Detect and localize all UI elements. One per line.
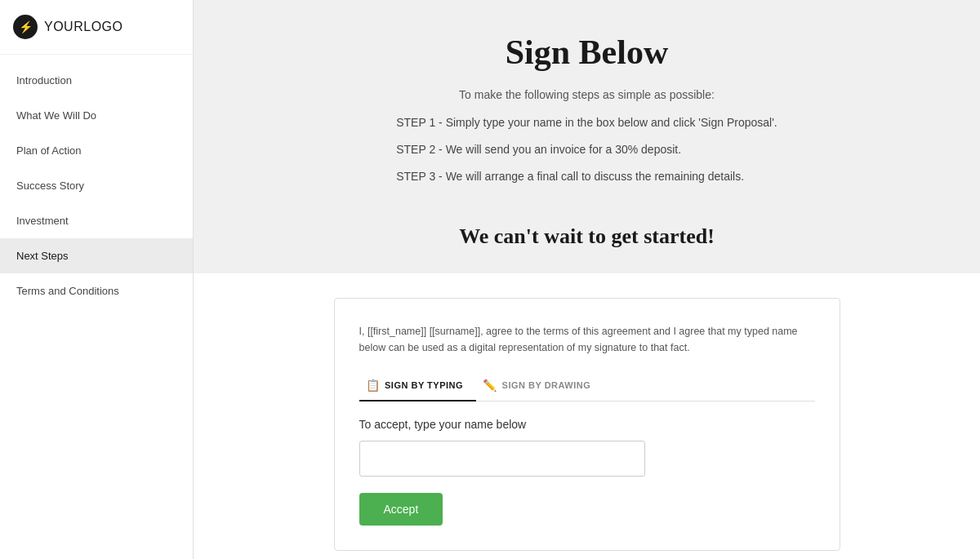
main-content: Sign Below To make the following steps a… xyxy=(194,0,980,559)
pencil-icon: ✏️ xyxy=(483,379,497,392)
hero-step-1: STEP 1 - Simply type your name in the bo… xyxy=(396,114,777,131)
tab-typing-label: SIGN BY TYPING xyxy=(385,380,463,390)
signature-section: I, [[first_name]] [[surname]], agree to … xyxy=(194,273,980,559)
sidebar-item-success-story[interactable]: Success Story xyxy=(0,168,193,203)
book-icon: 📋 xyxy=(366,379,381,392)
logo-icon: ⚡ xyxy=(13,15,38,39)
lightning-icon: ⚡ xyxy=(19,20,33,34)
accept-label: To accept, type your name below xyxy=(359,418,815,431)
hero-steps: STEP 1 - Simply type your name in the bo… xyxy=(396,114,777,195)
hero-cta: We can't wait to get started! xyxy=(243,224,931,273)
sidebar-item-introduction[interactable]: Introduction xyxy=(0,63,193,98)
accept-button[interactable]: Accept xyxy=(359,493,443,526)
name-input[interactable] xyxy=(359,441,645,477)
logo-light: LOGO xyxy=(83,20,122,33)
tab-drawing-label: SIGN BY DRAWING xyxy=(502,380,591,390)
hero-step-2: STEP 2 - We will send you an invoice for… xyxy=(396,141,777,158)
logo: ⚡ YOURLOGO xyxy=(0,0,193,55)
logo-text: YOURLOGO xyxy=(44,20,122,34)
agreement-text: I, [[first_name]] [[surname]], agree to … xyxy=(359,323,815,356)
sidebar-nav: Introduction What We Will Do Plan of Act… xyxy=(0,55,193,308)
hero-step-3: STEP 3 - We will arrange a final call to… xyxy=(396,168,777,185)
sidebar-item-plan-of-action[interactable]: Plan of Action xyxy=(0,133,193,168)
sidebar-item-investment[interactable]: Investment xyxy=(0,203,193,238)
sidebar-item-what-we-will-do[interactable]: What We Will Do xyxy=(0,98,193,133)
hero-section: Sign Below To make the following steps a… xyxy=(194,0,980,273)
hero-subtitle: To make the following steps as simple as… xyxy=(243,88,931,101)
tab-sign-by-typing[interactable]: 📋 SIGN BY TYPING xyxy=(359,372,477,402)
signature-card: I, [[first_name]] [[surname]], agree to … xyxy=(334,298,840,551)
logo-bold: YOUR xyxy=(44,20,83,33)
hero-title: Sign Below xyxy=(243,33,931,72)
sidebar: ⚡ YOURLOGO Introduction What We Will Do … xyxy=(0,0,194,559)
tab-sign-by-drawing[interactable]: ✏️ SIGN BY DRAWING xyxy=(476,372,604,402)
sidebar-item-terms[interactable]: Terms and Conditions xyxy=(0,273,193,308)
sign-tabs: 📋 SIGN BY TYPING ✏️ SIGN BY DRAWING xyxy=(359,372,815,402)
sidebar-item-next-steps[interactable]: Next Steps xyxy=(0,238,193,273)
